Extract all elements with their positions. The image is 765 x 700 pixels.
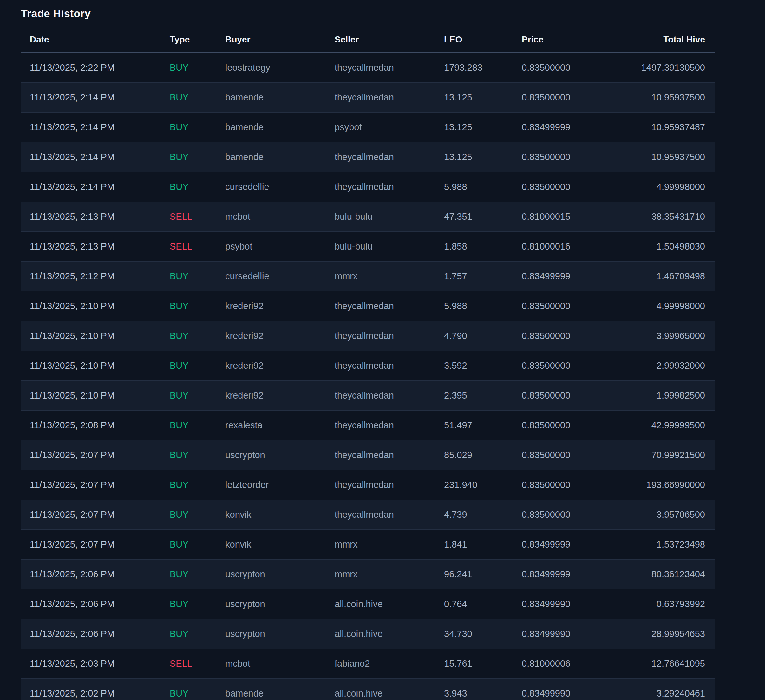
cell-date: 11/13/2025, 2:14 PM xyxy=(30,182,170,192)
cell-buyer: mcbot xyxy=(225,211,335,222)
trade-history-panel: Trade History Date Type Buyer Seller LEO… xyxy=(0,0,765,700)
cell-price: 0.83500000 xyxy=(522,182,617,192)
cell-type: BUY xyxy=(170,539,225,550)
cell-type: BUY xyxy=(170,182,225,192)
table-row: 11/13/2025, 2:14 PM BUY bamende psybot 1… xyxy=(21,113,715,142)
cell-date: 11/13/2025, 2:14 PM xyxy=(30,152,170,162)
cell-seller: mmrx xyxy=(335,539,444,550)
cell-date: 11/13/2025, 2:10 PM xyxy=(30,360,170,371)
cell-date: 11/13/2025, 2:22 PM xyxy=(30,63,170,73)
cell-type: BUY xyxy=(170,122,225,132)
cell-total-hive: 4.99998000 xyxy=(617,301,705,311)
cell-price: 0.83500000 xyxy=(522,152,617,162)
cell-leo: 51.497 xyxy=(444,420,522,431)
cell-total-hive: 10.95937500 xyxy=(617,92,705,103)
cell-price: 0.81000016 xyxy=(522,241,617,252)
cell-total-hive: 10.95937487 xyxy=(617,122,705,132)
cell-buyer: cursedellie xyxy=(225,271,335,282)
cell-price: 0.83499990 xyxy=(522,599,617,609)
cell-date: 11/13/2025, 2:07 PM xyxy=(30,539,170,550)
cell-price: 0.83499999 xyxy=(522,539,617,550)
cell-price: 0.81000015 xyxy=(522,211,617,222)
cell-type: SELL xyxy=(170,211,225,222)
cell-type: BUY xyxy=(170,301,225,311)
cell-leo: 4.739 xyxy=(444,510,522,520)
cell-seller: theycallmedan xyxy=(335,63,444,73)
table-header: Date Type Buyer Seller LEO Price Total H… xyxy=(21,20,715,53)
table-row: 11/13/2025, 2:07 PM BUY konvik mmrx 1.84… xyxy=(21,530,715,560)
cell-seller: theycallmedan xyxy=(335,510,444,520)
cell-price: 0.83500000 xyxy=(522,480,617,490)
col-header-type: Type xyxy=(170,35,225,45)
cell-seller: all.coin.hive xyxy=(335,688,444,699)
cell-buyer: letzteorder xyxy=(225,480,335,490)
table-row: 11/13/2025, 2:06 PM BUY uscrypton mmrx 9… xyxy=(21,560,715,589)
cell-date: 11/13/2025, 2:10 PM xyxy=(30,390,170,401)
cell-date: 11/13/2025, 2:07 PM xyxy=(30,480,170,490)
cell-total-hive: 80.36123404 xyxy=(617,569,705,579)
cell-leo: 13.125 xyxy=(444,92,522,103)
cell-price: 0.83500000 xyxy=(522,360,617,371)
table-row: 11/13/2025, 2:02 PM BUY bamende all.coin… xyxy=(21,679,715,700)
cell-price: 0.83500000 xyxy=(522,63,617,73)
cell-date: 11/13/2025, 2:13 PM xyxy=(30,241,170,252)
cell-seller: bulu-bulu xyxy=(335,211,444,222)
cell-type: BUY xyxy=(170,420,225,431)
cell-price: 0.83499990 xyxy=(522,688,617,699)
cell-type: BUY xyxy=(170,360,225,371)
col-header-buyer: Buyer xyxy=(225,35,335,45)
cell-buyer: bamende xyxy=(225,122,335,132)
table-row: 11/13/2025, 2:13 PM SELL psybot bulu-bul… xyxy=(21,232,715,261)
cell-leo: 231.940 xyxy=(444,480,522,490)
cell-seller: fabiano2 xyxy=(335,659,444,669)
cell-buyer: bamende xyxy=(225,688,335,699)
cell-type: BUY xyxy=(170,271,225,282)
cell-leo: 1.858 xyxy=(444,241,522,252)
cell-price: 0.83499999 xyxy=(522,122,617,132)
cell-leo: 34.730 xyxy=(444,629,522,639)
cell-leo: 5.988 xyxy=(444,182,522,192)
cell-buyer: uscrypton xyxy=(225,569,335,579)
trade-history-table: Date Type Buyer Seller LEO Price Total H… xyxy=(21,20,715,700)
cell-type: BUY xyxy=(170,629,225,639)
cell-seller: theycallmedan xyxy=(335,390,444,401)
cell-type: BUY xyxy=(170,569,225,579)
table-row: 11/13/2025, 2:08 PM BUY rexalesta theyca… xyxy=(21,411,715,440)
cell-date: 11/13/2025, 2:13 PM xyxy=(30,211,170,222)
cell-total-hive: 4.99998000 xyxy=(617,182,705,192)
cell-total-hive: 0.63793992 xyxy=(617,599,705,609)
cell-buyer: bamende xyxy=(225,152,335,162)
cell-date: 11/13/2025, 2:06 PM xyxy=(30,629,170,639)
cell-price: 0.81000006 xyxy=(522,659,617,669)
cell-leo: 47.351 xyxy=(444,211,522,222)
cell-type: BUY xyxy=(170,510,225,520)
cell-total-hive: 70.99921500 xyxy=(617,450,705,460)
cell-price: 0.83500000 xyxy=(522,331,617,341)
cell-buyer: krederi92 xyxy=(225,390,335,401)
cell-price: 0.83499990 xyxy=(522,629,617,639)
cell-total-hive: 1497.39130500 xyxy=(617,63,705,73)
cell-seller: mmrx xyxy=(335,569,444,579)
table-row: 11/13/2025, 2:10 PM BUY krederi92 theyca… xyxy=(21,351,715,381)
table-row: 11/13/2025, 2:14 PM BUY bamende theycall… xyxy=(21,142,715,172)
table-row: 11/13/2025, 2:14 PM BUY cursedellie they… xyxy=(21,172,715,202)
cell-price: 0.83499999 xyxy=(522,569,617,579)
cell-type: BUY xyxy=(170,480,225,490)
cell-seller: theycallmedan xyxy=(335,480,444,490)
cell-total-hive: 1.50498030 xyxy=(617,241,705,252)
cell-buyer: mcbot xyxy=(225,659,335,669)
page-title: Trade History xyxy=(21,6,765,20)
cell-buyer: uscrypton xyxy=(225,629,335,639)
cell-price: 0.83500000 xyxy=(522,420,617,431)
cell-buyer: rexalesta xyxy=(225,420,335,431)
cell-buyer: leostrategy xyxy=(225,63,335,73)
cell-total-hive: 1.99982500 xyxy=(617,390,705,401)
cell-leo: 15.761 xyxy=(444,659,522,669)
cell-date: 11/13/2025, 2:07 PM xyxy=(30,450,170,460)
cell-seller: theycallmedan xyxy=(335,92,444,103)
cell-leo: 4.790 xyxy=(444,331,522,341)
cell-date: 11/13/2025, 2:06 PM xyxy=(30,599,170,609)
table-row: 11/13/2025, 2:07 PM BUY konvik theycallm… xyxy=(21,500,715,530)
cell-total-hive: 42.99999500 xyxy=(617,420,705,431)
cell-seller: all.coin.hive xyxy=(335,629,444,639)
